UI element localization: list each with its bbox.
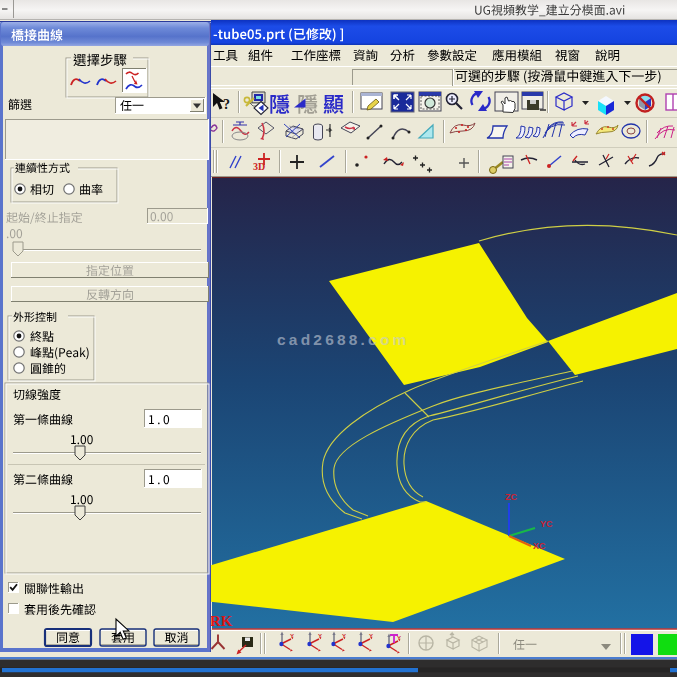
svg-text:cad2688.com: cad2688.com [277,331,410,348]
svg-text:Y: Y [290,633,294,639]
svg-text:RK: RK [210,613,233,629]
svg-text:YC: YC [540,519,553,529]
svg-text:Y: Y [369,633,373,639]
svg-text:Y: Y [318,633,322,639]
svg-text:XC: XC [533,541,546,551]
svg-text:Y: Y [342,633,346,639]
svg-text:ZC: ZC [505,492,517,502]
svg-text:3D: 3D [253,161,265,172]
svg-text:?: ? [223,97,230,112]
